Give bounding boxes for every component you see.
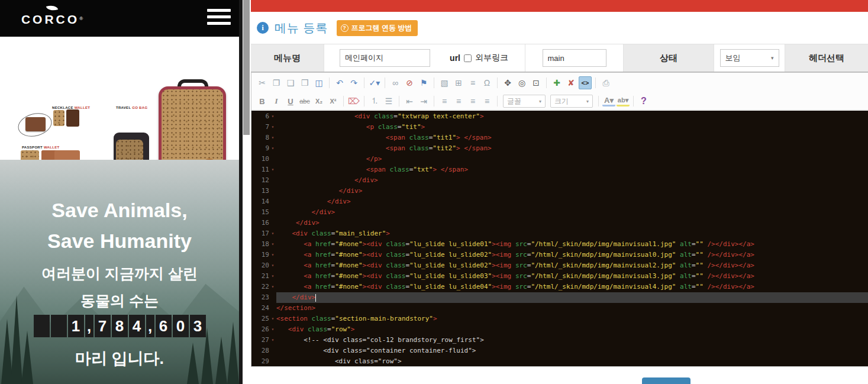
fold-caret-icon[interactable]: ▾	[269, 324, 276, 335]
bulleted-list-icon[interactable]: ☰	[382, 95, 395, 108]
hamburger-menu-icon[interactable]	[207, 9, 231, 28]
scrollbar-thumb[interactable]	[243, 0, 250, 135]
paste-icon[interactable]: ❑	[284, 76, 297, 89]
unlink-icon[interactable]: ⊘	[403, 76, 416, 89]
numbered-list-icon[interactable]: ⒈	[368, 95, 381, 108]
fold-caret-icon[interactable]: ▾	[269, 133, 276, 143]
code-line[interactable]: 24</section>	[251, 303, 868, 314]
highlight-color-icon[interactable]: ab▾	[617, 96, 630, 107]
line-number: 15	[251, 207, 269, 218]
align-justify-icon[interactable]: ≡	[480, 95, 493, 108]
code-line[interactable]: 8▾<span class="tit1"> </span>	[251, 133, 868, 143]
program-link-help-button[interactable]: ? 프로그램 연동 방법	[337, 20, 418, 36]
code-line[interactable]: 7▾<p class="tit">	[251, 122, 868, 133]
code-line-content: <div class="main_slider">	[276, 228, 868, 239]
table-icon[interactable]: ⊞	[452, 76, 465, 89]
add-comment-icon[interactable]: ✚	[550, 76, 563, 89]
fold-caret-icon[interactable]: ▾	[269, 228, 276, 239]
fold-caret-icon[interactable]: ▾	[269, 111, 276, 122]
site-logo[interactable]: CORCO®	[17, 4, 88, 27]
redo-icon[interactable]: ↷	[347, 76, 360, 89]
align-left-icon[interactable]: ≡	[438, 95, 451, 108]
link-icon[interactable]: ∞	[389, 76, 402, 89]
help-icon[interactable]: ?	[637, 95, 650, 108]
spellcheck-icon[interactable]: ✓▾	[368, 76, 381, 89]
paste-word-icon[interactable]: ◫	[312, 76, 325, 89]
strikethrough-icon[interactable]: abc	[298, 95, 311, 108]
anchor-flag-icon[interactable]: ⚑	[417, 76, 430, 89]
cut-icon[interactable]: ✂	[256, 76, 269, 89]
image-icon[interactable]: ▧	[438, 76, 451, 89]
hero-title-line1: Save Animals,	[0, 199, 239, 222]
maximize-icon[interactable]: ✥	[501, 76, 514, 89]
font-size-select[interactable]: 크기▾	[550, 95, 593, 108]
code-line[interactable]: 14</div>	[251, 196, 868, 207]
copy-icon[interactable]: ❐	[270, 76, 283, 89]
line-number: 8	[251, 133, 269, 143]
source-code-area[interactable]: 6▾<div class="txtwrap text-center">7▾<p …	[251, 111, 868, 366]
italic-icon[interactable]: I	[270, 95, 283, 108]
fold-caret-icon[interactable]: ▾	[269, 282, 276, 292]
code-line[interactable]: 26▾<div class="row">	[251, 324, 868, 335]
external-link-checkbox[interactable]	[464, 54, 472, 62]
code-line[interactable]: 17▾<div class="main_slider">	[251, 228, 868, 239]
code-line[interactable]: 28<div class="container container-fluid"…	[251, 346, 868, 356]
align-right-icon[interactable]: ≡	[466, 95, 479, 108]
underline-icon[interactable]: U	[284, 95, 297, 108]
horizontal-line-icon[interactable]: ≡	[466, 76, 479, 89]
align-center-icon[interactable]: ≡	[452, 95, 465, 108]
paste-text-icon[interactable]: ❒	[298, 76, 311, 89]
code-line[interactable]: 9▾<span class="tit2"> </span>	[251, 143, 868, 154]
toolbar-separator	[364, 96, 364, 107]
fold-caret-icon[interactable]: ▾	[269, 271, 276, 282]
code-line[interactable]: 22▾<a href="#none"><div class="lu_slide …	[251, 282, 868, 292]
indent-icon[interactable]: ⇥	[417, 95, 430, 108]
code-line[interactable]: 15</div>	[251, 207, 868, 218]
save-button[interactable]: 저장하기	[642, 377, 690, 384]
fold-gutter	[269, 356, 276, 366]
code-line[interactable]: 19▾<a href="#none"><div class="lu_slide …	[251, 250, 868, 260]
fold-caret-icon[interactable]: ▾	[269, 239, 276, 250]
subscript-icon[interactable]: X₂	[312, 95, 325, 108]
text-color-icon[interactable]: A▾	[602, 96, 615, 107]
special-char-icon[interactable]: Ω	[480, 76, 493, 89]
code-line[interactable]: 20▾<a href="#none"><div class="lu_slide …	[251, 260, 868, 271]
fold-caret-icon[interactable]: ▾	[269, 122, 276, 133]
find-replace-icon[interactable]: ◎	[515, 76, 528, 89]
code-line[interactable]: 10</p>	[251, 154, 868, 164]
code-line[interactable]: 27▾<!-- <div class="col-12 brandstory_ro…	[251, 335, 868, 346]
remove-comment-icon[interactable]: ✘	[564, 76, 577, 89]
code-line[interactable]: 6▾<div class="txtwrap text-center">	[251, 111, 868, 122]
code-line[interactable]: 23</div>	[251, 292, 868, 303]
fold-caret-icon[interactable]: ▾	[269, 143, 276, 154]
code-line[interactable]: 29<div class="row">	[251, 356, 868, 366]
fold-caret-icon[interactable]: ▾	[269, 260, 276, 271]
code-line[interactable]: 13</div>	[251, 186, 868, 196]
menu-name-input[interactable]	[340, 49, 430, 67]
select-all-icon[interactable]: ⊡	[530, 76, 543, 89]
html-source-editor: ✂❐❑❒◫↶↷✓▾∞⊘⚑▧⊞≡Ω✥◎⊡✚✘<>⎙ BIUabcX₂X²⌦⒈☰⇤⇥…	[251, 72, 868, 367]
font-family-select[interactable]: 글꼴▾	[503, 95, 546, 108]
print-icon[interactable]: ⎙	[599, 76, 612, 89]
fold-caret-icon[interactable]: ▾	[269, 250, 276, 260]
superscript-icon[interactable]: X²	[327, 95, 340, 108]
code-line[interactable]: 25▾<section class="section-main-brandsto…	[251, 314, 868, 324]
code-line[interactable]: 12</div>	[251, 175, 868, 186]
source-code-button[interactable]: <>	[579, 76, 592, 89]
fold-caret-icon[interactable]: ▾	[269, 164, 276, 175]
url-input[interactable]	[543, 49, 606, 67]
code-line[interactable]: 18▾<a href="#none"><div class="lu_slide …	[251, 239, 868, 250]
bold-icon[interactable]: B	[256, 95, 269, 108]
undo-icon[interactable]: ↶	[333, 76, 346, 89]
menu-name-input-cell: url 외부링크	[324, 44, 525, 72]
preview-scrollbar[interactable]	[239, 0, 250, 384]
status-select[interactable]: 보임 ▾	[720, 49, 779, 67]
code-line[interactable]: 11▾<span class="txt"> </span>	[251, 164, 868, 175]
remove-format-icon[interactable]: ⌦	[347, 95, 360, 108]
code-line[interactable]: 16</div>	[251, 218, 868, 228]
fold-caret-icon[interactable]: ▾	[269, 314, 276, 324]
travel-bag-image	[159, 86, 226, 160]
outdent-icon[interactable]: ⇤	[403, 95, 416, 108]
code-line[interactable]: 21▾<a href="#none"><div class="lu_slide …	[251, 271, 868, 282]
fold-caret-icon[interactable]: ▾	[269, 335, 276, 346]
